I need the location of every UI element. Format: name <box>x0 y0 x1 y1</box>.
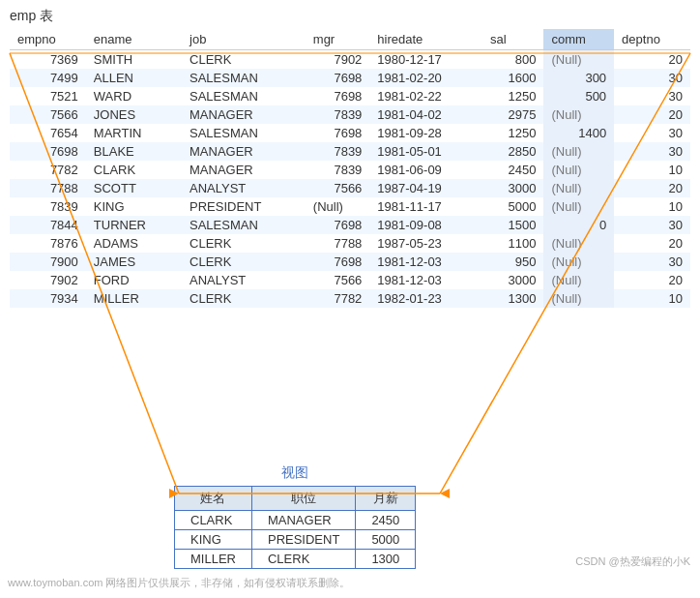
emp-cell-deptno: 10 <box>614 161 690 179</box>
emp-cell-comm: 1400 <box>543 124 614 142</box>
emp-cell-mgr: 7902 <box>306 50 370 70</box>
view-sal-cell: 1300 <box>356 550 416 569</box>
emp-cell-mgr: 7698 <box>306 87 370 105</box>
emp-cell-hiredate: 1981-09-28 <box>369 124 482 142</box>
emp-cell-hiredate: 1982-01-23 <box>369 289 482 308</box>
emp-cell-empno: 7902 <box>10 271 86 289</box>
emp-cell-job: SALESMAN <box>182 216 306 234</box>
emp-cell-ename: JONES <box>86 105 182 124</box>
list-item: MILLERCLERK1300 <box>175 550 416 569</box>
emp-cell-ename: ALLEN <box>86 69 182 87</box>
emp-cell-sal: 2975 <box>482 105 544 124</box>
emp-cell-empno: 7839 <box>10 197 86 216</box>
emp-cell-ename: FORD <box>86 271 182 289</box>
view-name-cell: CLARK <box>175 511 252 530</box>
emp-cell-job: ANALYST <box>182 179 306 197</box>
emp-cell-sal: 3000 <box>482 271 544 289</box>
emp-cell-job: MANAGER <box>182 161 306 179</box>
view-header-row: 姓名职位月薪 <box>175 487 416 511</box>
emp-cell-deptno: 20 <box>614 271 690 289</box>
emp-cell-hiredate: 1981-05-01 <box>369 142 482 161</box>
emp-header-row: empnoenamejobmgrhiredatesalcommdeptno <box>10 29 690 50</box>
emp-cell-sal: 2450 <box>482 161 544 179</box>
emp-cell-comm: 500 <box>543 87 614 105</box>
emp-cell-deptno: 30 <box>614 124 690 142</box>
emp-cell-deptno: 30 <box>614 216 690 234</box>
emp-cell-sal: 5000 <box>482 197 544 216</box>
emp-cell-hiredate: 1981-04-02 <box>369 105 482 124</box>
emp-cell-sal: 1600 <box>482 69 544 87</box>
emp-cell-sal: 800 <box>482 50 544 70</box>
emp-col-header-deptno: deptno <box>614 29 690 50</box>
table-row: 7499ALLENSALESMAN76981981-02-20160030030 <box>10 69 690 87</box>
table-row: 7902FORDANALYST75661981-12-033000(Null)2… <box>10 271 690 289</box>
table-row: 7566JONESMANAGER78391981-04-022975(Null)… <box>10 105 690 124</box>
emp-cell-comm: (Null) <box>543 179 614 197</box>
emp-cell-comm: 0 <box>543 216 614 234</box>
emp-cell-sal: 1250 <box>482 87 544 105</box>
emp-cell-empno: 7876 <box>10 234 86 253</box>
emp-cell-empno: 7782 <box>10 161 86 179</box>
emp-cell-mgr: 7839 <box>306 142 370 161</box>
emp-cell-job: SALESMAN <box>182 69 306 87</box>
table-row: 7876ADAMSCLERK77881987-05-231100(Null)20 <box>10 234 690 253</box>
emp-cell-ename: JAMES <box>86 253 182 271</box>
emp-cell-comm: (Null) <box>543 142 614 161</box>
emp-cell-mgr: (Null) <box>306 197 370 216</box>
emp-cell-sal: 1250 <box>482 124 544 142</box>
emp-cell-empno: 7934 <box>10 289 86 308</box>
view-name-cell: MILLER <box>175 550 252 569</box>
emp-cell-comm: (Null) <box>543 234 614 253</box>
emp-col-header-comm: comm <box>543 29 614 50</box>
emp-cell-deptno: 30 <box>614 142 690 161</box>
emp-cell-job: CLERK <box>182 50 306 70</box>
emp-cell-ename: MILLER <box>86 289 182 308</box>
emp-cell-mgr: 7839 <box>306 105 370 124</box>
list-item: CLARKMANAGER2450 <box>175 511 416 530</box>
table-row: 7521WARDSALESMAN76981981-02-22125050030 <box>10 87 690 105</box>
emp-cell-deptno: 10 <box>614 197 690 216</box>
emp-cell-hiredate: 1981-12-03 <box>369 271 482 289</box>
emp-table-wrapper: empnoenamejobmgrhiredatesalcommdeptno 73… <box>0 29 700 308</box>
emp-cell-deptno: 30 <box>614 87 690 105</box>
emp-table: empnoenamejobmgrhiredatesalcommdeptno 73… <box>10 29 690 308</box>
emp-cell-hiredate: 1987-05-23 <box>369 234 482 253</box>
table-row: 7844TURNERSALESMAN76981981-09-081500030 <box>10 216 690 234</box>
emp-cell-empno: 7844 <box>10 216 86 234</box>
emp-cell-empno: 7698 <box>10 142 86 161</box>
emp-cell-comm: (Null) <box>543 105 614 124</box>
emp-col-header-hiredate: hiredate <box>369 29 482 50</box>
view-sal-cell: 2450 <box>356 511 416 530</box>
emp-cell-deptno: 20 <box>614 234 690 253</box>
emp-cell-hiredate: 1981-06-09 <box>369 161 482 179</box>
emp-cell-sal: 1100 <box>482 234 544 253</box>
emp-cell-mgr: 7698 <box>306 69 370 87</box>
emp-cell-mgr: 7839 <box>306 161 370 179</box>
emp-cell-mgr: 7782 <box>306 289 370 308</box>
emp-cell-mgr: 7698 <box>306 216 370 234</box>
table-row: 7369SMITHCLERK79021980-12-17800(Null)20 <box>10 50 690 70</box>
emp-cell-empno: 7654 <box>10 124 86 142</box>
view-col-header: 姓名 <box>175 487 252 511</box>
emp-cell-comm: (Null) <box>543 271 614 289</box>
emp-cell-deptno: 20 <box>614 50 690 70</box>
emp-cell-job: PRESIDENT <box>182 197 306 216</box>
table-row: 7934MILLERCLERK77821982-01-231300(Null)1… <box>10 289 690 308</box>
emp-cell-empno: 7499 <box>10 69 86 87</box>
list-item: KINGPRESIDENT5000 <box>175 530 416 550</box>
svg-marker-5 <box>440 489 450 498</box>
emp-cell-hiredate: 1981-09-08 <box>369 216 482 234</box>
emp-cell-hiredate: 1981-02-22 <box>369 87 482 105</box>
emp-cell-deptno: 10 <box>614 289 690 308</box>
view-job-cell: PRESIDENT <box>251 530 355 550</box>
emp-cell-deptno: 20 <box>614 179 690 197</box>
table-row: 7900JAMESCLERK76981981-12-03950(Null)30 <box>10 253 690 271</box>
emp-cell-job: MANAGER <box>182 142 306 161</box>
emp-cell-ename: BLAKE <box>86 142 182 161</box>
emp-cell-deptno: 20 <box>614 105 690 124</box>
table-row: 7839KINGPRESIDENT(Null)1981-11-175000(Nu… <box>10 197 690 216</box>
emp-cell-sal: 1500 <box>482 216 544 234</box>
watermark: www.toymoban.com 网络图片仅供展示，非存储，如有侵权请联系删除。 <box>8 576 350 590</box>
emp-cell-ename: CLARK <box>86 161 182 179</box>
emp-cell-mgr: 7698 <box>306 253 370 271</box>
